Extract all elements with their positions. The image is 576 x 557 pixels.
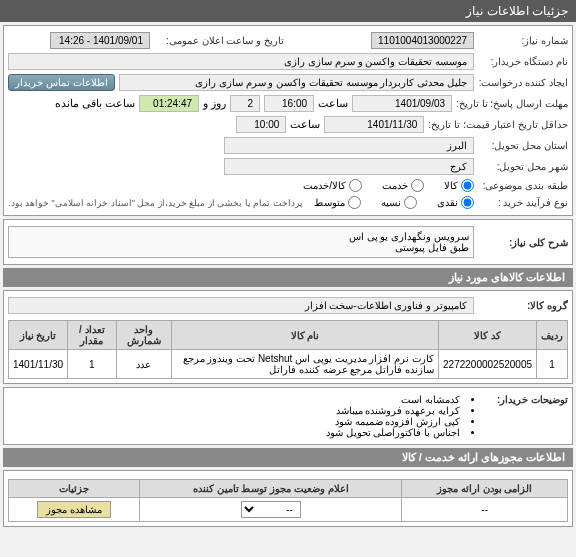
- group-value: کامپیوتر و فناوری اطلاعات-سخت افزار: [8, 297, 474, 314]
- group-label: گروه کالا:: [478, 300, 568, 311]
- radio-goods[interactable]: کالا: [444, 179, 474, 192]
- desc-box: سرویس ونگهداری یو پی اس طبق فایل پیوستی: [8, 226, 474, 258]
- th-qty: تعداد / مقدار: [68, 321, 116, 350]
- page-header: جزئیات اطلاعات نیاز: [0, 0, 576, 22]
- deadline-label: مهلت ارسال پاسخ؛ تا تاریخ:: [456, 98, 568, 109]
- permits-section: الزامی بودن ارائه مجوز اعلام وضعیت مجوز …: [3, 470, 573, 527]
- buyer-notes-label: توضیحات خریدار:: [478, 394, 568, 405]
- th-code: کد کالا: [439, 321, 537, 350]
- need-number: 1101004013000227: [371, 32, 474, 49]
- th-status: اعلام وضعیت مجوز توسط تامین کننده: [140, 480, 402, 498]
- pay-note: پرداخت تمام یا بخشی از مبلغ خرید،از محل …: [8, 198, 303, 208]
- desc-section: شرح کلی نیاز: سرویس ونگهداری یو پی اس طب…: [3, 219, 573, 265]
- radio-both-input[interactable]: [349, 179, 362, 192]
- number-label: شماره نیاز:: [478, 35, 568, 46]
- permits-title: اطلاعات مجوزهای ارائه خدمت / کالا: [3, 448, 573, 467]
- buyer-name: موسسه تحقیقات واکسن و سرم سازی رازی: [8, 53, 474, 70]
- days-label: روز و: [203, 97, 226, 110]
- radio-cash[interactable]: نقدی: [437, 196, 474, 209]
- radio-credit-input[interactable]: [404, 196, 417, 209]
- radio-cash-input[interactable]: [461, 196, 474, 209]
- cell-qty: 1: [68, 350, 116, 379]
- radio-goods-input[interactable]: [461, 179, 474, 192]
- th-details: جزئیات: [9, 480, 140, 498]
- time-label-1: ساعت: [318, 97, 348, 110]
- time-label-2: ساعت: [290, 118, 320, 131]
- header-title: جزئیات اطلاعات نیاز: [466, 4, 568, 18]
- requester-name: جلیل محدثی کاربردار موسسه تحقیقات واکسن …: [119, 74, 474, 91]
- deadline-date: 1401/09/03: [352, 95, 452, 112]
- th-mandatory: الزامی بودن ارائه مجوز: [402, 480, 568, 498]
- min-credit-label: حداقل تاریخ اعتبار قیمت؛ تا تاریخ:: [428, 119, 568, 130]
- view-permit-button[interactable]: مشاهده مجوز: [37, 501, 111, 518]
- radio-service-input[interactable]: [411, 179, 424, 192]
- province-label: استان محل تحویل:: [478, 140, 568, 151]
- cell-date: 1401/11/30: [9, 350, 68, 379]
- goods-header-row: ردیف کد کالا نام کالا واحد شمارش تعداد /…: [9, 321, 568, 350]
- status-select[interactable]: --: [241, 501, 301, 518]
- paytype-radio-group: نقدی نسیه متوسط: [314, 196, 474, 209]
- radio-part-input[interactable]: [348, 196, 361, 209]
- contact-info-button[interactable]: اطلاعات تماس خریدار: [8, 74, 115, 91]
- th-name: نام کالا: [172, 321, 439, 350]
- announce-date: 1401/09/01 - 14:26: [50, 32, 150, 49]
- permits-table: الزامی بودن ارائه مجوز اعلام وضعیت مجوز …: [8, 479, 568, 522]
- days-remaining: 2: [230, 95, 260, 112]
- min-credit-date: 1401/11/30: [324, 116, 424, 133]
- remain-label: ساعت باقی مانده: [55, 97, 135, 110]
- goods-table: ردیف کد کالا نام کالا واحد شمارش تعداد /…: [8, 320, 568, 379]
- requester-label: ایجاد کننده درخواست:: [478, 77, 568, 88]
- radio-service[interactable]: خدمت: [382, 179, 424, 192]
- th-unit: واحد شمارش: [116, 321, 172, 350]
- paytype-label: نوع فرآیند خرید :: [478, 197, 568, 208]
- cell-details: مشاهده مجوز: [9, 498, 140, 522]
- subject-radio-group: کالا خدمت کالا/خدمت: [303, 179, 474, 192]
- radio-part[interactable]: متوسط: [314, 196, 361, 209]
- province-value: البرز: [224, 137, 474, 154]
- city-label: شهر محل تحویل:: [478, 161, 568, 172]
- th-row: ردیف: [537, 321, 568, 350]
- deadline-time: 16:00: [264, 95, 314, 112]
- note-item: کدمشابه است: [326, 394, 474, 405]
- time-remaining: 01:24:47: [139, 95, 199, 112]
- buyer-notes-section: توضیحات خریدار: کدمشابه است کرایه برعهده…: [3, 387, 573, 445]
- radio-credit[interactable]: نسیه: [381, 196, 417, 209]
- goods-section: گروه کالا: کامپیوتر و فناوری اطلاعات-سخت…: [3, 290, 573, 384]
- note-item: کپی ارزش افزوده ضمیمه شود: [326, 416, 474, 427]
- city-value: کرج: [224, 158, 474, 175]
- goods-title: اطلاعات کالاهای مورد نیاز: [3, 268, 573, 287]
- subject-label: طبقه بندی موضوعی:: [478, 180, 568, 191]
- note-item: اجناس با فاکتوراصلی تحویل شود: [326, 427, 474, 438]
- min-credit-time: 10:00: [236, 116, 286, 133]
- th-date: تاریخ نیاز: [9, 321, 68, 350]
- radio-both[interactable]: کالا/خدمت: [303, 179, 362, 192]
- cell-name: کارت نرم افزار مدیریت یوپی اس Netshut تح…: [172, 350, 439, 379]
- table-row: 1 2272200002520005 کارت نرم افزار مدیریت…: [9, 350, 568, 379]
- permits-header-row: الزامی بودن ارائه مجوز اعلام وضعیت مجوز …: [9, 480, 568, 498]
- desc-line2: طبق فایل پیوستی: [13, 242, 469, 253]
- buyer-label: نام دستگاه خریدار:: [478, 56, 568, 67]
- desc-label: شرح کلی نیاز:: [478, 237, 568, 248]
- cell-unit: عدد: [116, 350, 172, 379]
- need-info-section: شماره نیاز: 1101004013000227 تاریخ و ساع…: [3, 25, 573, 216]
- cell-idx: 1: [537, 350, 568, 379]
- note-item: کرایه برعهده فروشنده میباشد: [326, 405, 474, 416]
- cell-status: --: [140, 498, 402, 522]
- permit-row: -- -- مشاهده مجوز: [9, 498, 568, 522]
- buyer-notes-list: کدمشابه است کرایه برعهده فروشنده میباشد …: [326, 394, 474, 438]
- cell-code: 2272200002520005: [439, 350, 537, 379]
- desc-line1: سرویس ونگهداری یو پی اس: [13, 231, 469, 242]
- date-label: تاریخ و ساعت اعلان عمومی:: [154, 35, 284, 46]
- cell-mandatory: --: [402, 498, 568, 522]
